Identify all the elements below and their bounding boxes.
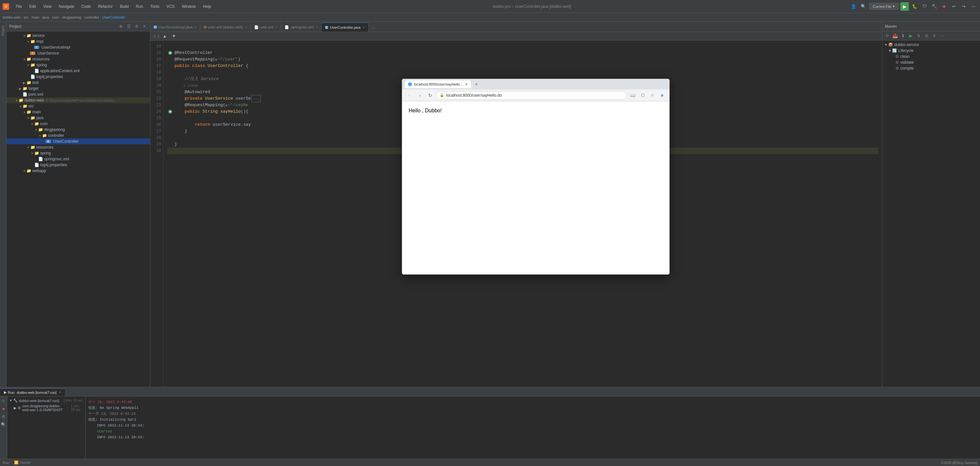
maven-more-btn[interactable]: ⋯ — [939, 32, 946, 40]
tab-userserviceimpl[interactable]: C UserServiceImpl.java ✕ — [150, 22, 200, 32]
undo-btn[interactable]: ↩ — [950, 3, 958, 10]
tab-close-web[interactable]: ✕ — [275, 25, 278, 29]
tab-pomxml[interactable]: M pom.xml (dubbo-web) ✕ — [200, 22, 251, 32]
tree-item-usercontroller[interactable]: C UserController — [6, 138, 150, 144]
tab-webxml[interactable]: 📄 web.xml ✕ — [251, 22, 281, 32]
tree-item-webapp[interactable]: ▾ 📁 webapp — [6, 168, 150, 174]
gutter-run-24[interactable] — [167, 109, 173, 115]
tree-item-userserviceimpl[interactable]: C UserServiceImpl — [6, 45, 150, 50]
menu-navigate[interactable]: Navigate — [56, 3, 78, 10]
tab-usercontroller[interactable]: C UserController.java ✕ — [322, 22, 369, 32]
tree-item-springmvc[interactable]: 📄 springmvc.xml — [6, 156, 150, 162]
maven-settings-btn[interactable]: ≡ — [931, 32, 938, 40]
run-item-main[interactable]: ▾ 🔧 dubbo-web [tomcat7:run]: 1 min, 19 s… — [7, 398, 85, 403]
menu-vcs[interactable]: VCS — [163, 3, 178, 10]
tree-item-java[interactable]: ▾ 📁 java — [6, 115, 150, 121]
maven-download-btn[interactable]: ⬇ — [899, 32, 907, 40]
tree-item-controller[interactable]: ▾ 📁 controller — [6, 133, 150, 138]
nav-up-btn[interactable]: ▲ — [161, 32, 169, 40]
tree-item-com[interactable]: ▾ 📁 com — [6, 121, 150, 127]
tree-item-resources2[interactable]: ▾ 📁 resources — [6, 144, 150, 150]
tree-item-resources[interactable]: ▾ 📁 resources — [6, 56, 150, 62]
more-btn[interactable]: ⋯ — [970, 3, 977, 10]
tree-item-appcontext[interactable]: 📄 applicationContext.xml — [6, 68, 150, 74]
search-everywhere-btn[interactable]: 🔍 — [859, 3, 867, 10]
breadcrumb-item-2[interactable]: main — [31, 15, 39, 19]
browser-refresh-btn[interactable]: ↻ — [426, 91, 435, 100]
tree-item-service[interactable]: ▾ 📁 service — [6, 33, 150, 38]
maven-add-btn[interactable]: 📥 — [891, 32, 899, 40]
tree-item-spring2[interactable]: ▾ 📁 spring — [6, 150, 150, 156]
menu-file[interactable]: File — [13, 3, 25, 10]
tab-springmvc[interactable]: 📄 springmvc.xml ✕ — [281, 22, 321, 32]
breadcrumb-item-3[interactable]: java — [43, 15, 49, 19]
tab-overflow-menu[interactable]: ⋯ — [369, 24, 378, 32]
panel-collapse-btn[interactable]: ☰ — [126, 24, 132, 29]
browser-back-btn[interactable]: ‹ — [405, 91, 414, 100]
browser-reading-view-btn[interactable]: 📖 — [628, 91, 637, 100]
tab-close-smc[interactable]: ✕ — [315, 25, 318, 29]
tree-item-userservice[interactable]: I UserService — [6, 50, 150, 56]
tree-item-impl[interactable]: ▾ 📁 impl — [6, 38, 150, 45]
browser-url-bar[interactable]: 🔒 localhost:8000/user/sayHello.do — [436, 91, 627, 100]
maven-lifecycle-btn[interactable]: ↯ — [915, 32, 922, 40]
tab-close-pom[interactable]: ✕ — [245, 25, 247, 29]
nav-down-btn[interactable]: ▼ — [170, 32, 178, 40]
tree-item-target[interactable]: ▶ 📁 target — [6, 86, 150, 91]
profile-btn[interactable]: 👤 — [850, 3, 858, 10]
tree-item-dingjiaxiong[interactable]: ▾ 📁 dingjiaxiong — [6, 127, 150, 133]
breadcrumb-item-4[interactable]: com — [52, 15, 59, 19]
code-fold-indicator[interactable]: ... — [251, 95, 261, 102]
browser-new-tab-btn[interactable]: + — [473, 80, 480, 88]
run-config-selector[interactable]: Current File ▾ — [869, 3, 898, 10]
tab-close-usi[interactable]: ✕ — [194, 25, 197, 29]
browser-forward-btn[interactable]: › — [415, 91, 424, 100]
browser-active-tab[interactable]: localhost:8000/user/sayHello... ✕ — [405, 80, 471, 88]
browser-edge-icon[interactable]: e — [657, 91, 667, 100]
breadcrumb-item-5[interactable]: dingjiaxiong — [62, 15, 81, 19]
tree-item-spring[interactable]: ▾ 📁 spring — [6, 62, 150, 68]
panel-options-btn[interactable]: ⚙ — [134, 24, 140, 29]
tree-item-main[interactable]: ▾ 📁 main — [6, 109, 150, 115]
tree-item-test[interactable]: ▶ 📁 test — [6, 80, 150, 86]
run-rerun-btn[interactable]: ↻ — [0, 398, 7, 404]
maven-item-validate[interactable]: ⚙ validate — [882, 59, 980, 65]
run-button[interactable]: ▶ — [900, 2, 909, 11]
breadcrumb-item-7[interactable]: UserController — [102, 15, 126, 19]
browser-tab-close-btn[interactable]: ✕ — [465, 82, 468, 86]
breadcrumb-item-1[interactable]: src — [24, 15, 29, 19]
debug-btn[interactable]: 🐛 — [911, 3, 919, 10]
maven-item-clean[interactable]: ⚙ clean — [882, 54, 980, 59]
tree-item-log4j[interactable]: 📄 log4j.properties — [6, 74, 150, 80]
run-settings-btn[interactable]: ⚙ — [0, 414, 7, 420]
tree-item-dubboweb[interactable]: ▾ 📁 dubbo-web D:\DingJiaxiong\IdeaProjec… — [6, 97, 150, 103]
build-btn[interactable]: 🔨 — [930, 3, 938, 10]
maven-run-btn[interactable]: ▶ — [907, 32, 914, 40]
tree-item-log4j2[interactable]: 📄 log4j.properties — [6, 162, 150, 168]
menu-refactor[interactable]: Refactor — [95, 3, 116, 10]
tree-item-pomxml[interactable]: 📄 pom.xml — [6, 91, 150, 97]
panel-scope-btn[interactable]: ⊕ — [118, 24, 124, 29]
browser-share-btn[interactable]: ⬡ — [638, 91, 647, 100]
menu-run[interactable]: Run — [133, 3, 146, 10]
menu-tools[interactable]: Tools — [147, 3, 163, 10]
tab-close-uc[interactable]: ✕ — [362, 25, 365, 29]
run-filter-btn[interactable]: 🔍 — [0, 421, 7, 428]
maven-item-lifecycle[interactable]: ▾ 🔄 Lifecycle — [882, 48, 980, 54]
maven-item-compile[interactable]: ⚙ compile — [882, 65, 980, 71]
run-item-war[interactable]: ▶ ⚙ com.dingjiaxong:dubbo-web:war:1.0-SN… — [7, 403, 85, 412]
maven-refresh-btn[interactable]: ↻ — [884, 32, 891, 40]
project-side-icon[interactable]: Project — [1, 23, 6, 38]
panel-close-btn[interactable]: ✕ — [142, 24, 147, 29]
menu-help[interactable]: Help — [200, 3, 214, 10]
menu-window[interactable]: Window — [179, 3, 199, 10]
menu-build[interactable]: Build — [117, 3, 132, 10]
menu-code[interactable]: Code — [78, 3, 94, 10]
browser-favorite-btn[interactable]: ☆ — [648, 91, 657, 100]
tree-item-src[interactable]: ▾ 📁 src — [6, 103, 150, 109]
redo-btn[interactable]: ↪ — [960, 3, 967, 10]
coverage-btn[interactable]: 🛡 — [921, 3, 928, 10]
run-stop-btn[interactable]: ■ — [0, 406, 7, 412]
breadcrumb-item-6[interactable]: controller — [84, 15, 99, 19]
breadcrumb-item-0[interactable]: dubbo-web — [3, 15, 20, 19]
